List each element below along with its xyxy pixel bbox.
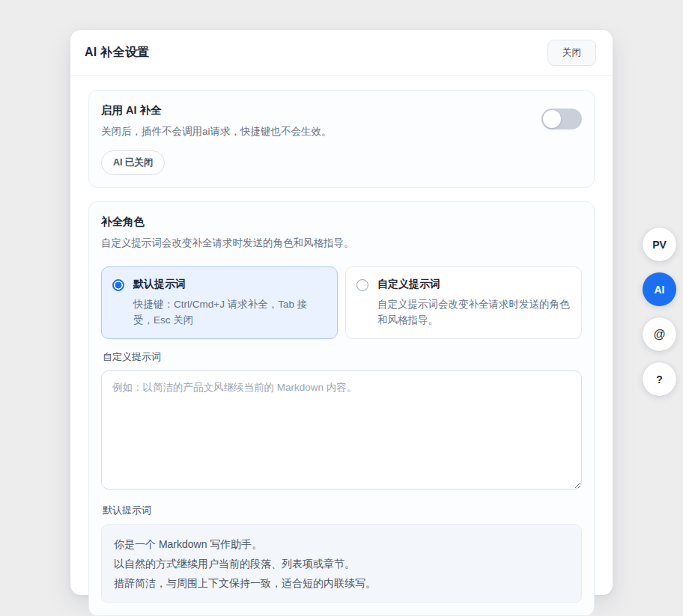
toggle-knob-icon [543, 110, 561, 128]
enable-ai-title: 启用 AI 补全 [101, 103, 526, 118]
option-custom-prompt[interactable]: 自定义提示词 自定义提示词会改变补全请求时发送的角色和风格指导。 [345, 266, 582, 339]
completion-role-description: 自定义提示词会改变补全请求时发送的角色和风格指导。 [101, 236, 582, 251]
fab-mention-button[interactable]: @ [643, 317, 676, 351]
modal-body: 启用 AI 补全 关闭后，插件不会调用ai请求，快捷键也不会生效。 AI 已关闭… [70, 76, 613, 616]
default-prompt-box: 你是一个 Markdown 写作助手。 以自然的方式继续用户当前的段落、列表项或… [101, 524, 582, 603]
radio-checked-icon[interactable] [112, 279, 124, 291]
radio-unchecked-icon[interactable] [356, 279, 368, 291]
option-default-prompt-label: 默认提示词 [133, 278, 327, 291]
enable-ai-description: 关闭后，插件不会调用ai请求，快捷键也不会生效。 [101, 124, 526, 139]
default-prompt-line: 你是一个 Markdown 写作助手。 [114, 534, 569, 554]
fab-ai-button[interactable]: AI [643, 272, 676, 306]
page-title: AI 补全设置 [85, 45, 150, 61]
default-prompt-field-label: 默认提示词 [103, 504, 580, 517]
default-prompt-line: 措辞简洁，与周围上下文保持一致，适合短的内联续写。 [114, 573, 569, 593]
modal-header: AI 补全设置 关闭 [70, 30, 613, 76]
default-prompt-line: 以自然的方式继续用户当前的段落、列表项或章节。 [114, 554, 569, 573]
completion-role-section: 补全角色 自定义提示词会改变补全请求时发送的角色和风格指导。 默认提示词 快捷键… [88, 201, 595, 615]
status-badge: AI 已关闭 [101, 150, 165, 175]
option-custom-prompt-description: 自定义提示词会改变补全请求时发送的角色和风格指导。 [377, 296, 571, 329]
enable-ai-toggle[interactable] [541, 109, 582, 129]
option-custom-prompt-label: 自定义提示词 [377, 278, 571, 291]
custom-prompt-textarea[interactable] [101, 370, 582, 490]
enable-ai-section: 启用 AI 补全 关闭后，插件不会调用ai请求，快捷键也不会生效。 AI 已关闭 [88, 90, 595, 188]
fab-help-button[interactable]: ? [643, 362, 676, 396]
fab-pv-button[interactable]: PV [643, 228, 676, 261]
close-button[interactable]: 关闭 [547, 40, 596, 66]
option-default-prompt[interactable]: 默认提示词 快捷键：Ctrl/Cmd+J 请求补全，Tab 接受，Esc 关闭 [101, 266, 338, 339]
option-default-prompt-description: 快捷键：Ctrl/Cmd+J 请求补全，Tab 接受，Esc 关闭 [133, 296, 327, 329]
ai-settings-modal: AI 补全设置 关闭 启用 AI 补全 关闭后，插件不会调用ai请求，快捷键也不… [70, 30, 613, 595]
prompt-option-group: 默认提示词 快捷键：Ctrl/Cmd+J 请求补全，Tab 接受，Esc 关闭 … [101, 266, 582, 339]
completion-role-title: 补全角色 [101, 215, 582, 229]
custom-prompt-field-label: 自定义提示词 [103, 350, 580, 364]
